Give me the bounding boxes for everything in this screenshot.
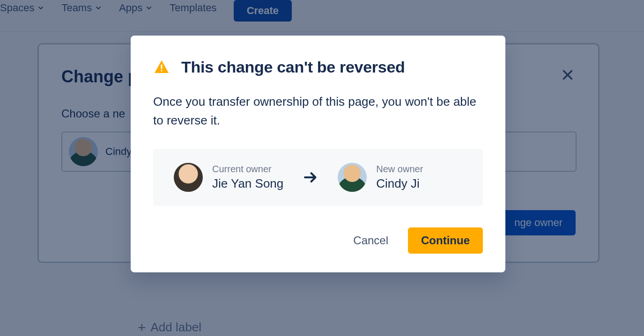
modal-body-text: Once you transfer ownership of this page… xyxy=(153,92,483,130)
modal-actions: Cancel Continue xyxy=(153,227,483,254)
new-owner-name: Cindy Ji xyxy=(376,176,423,191)
current-owner: Current owner Jie Yan Song xyxy=(174,163,283,192)
avatar xyxy=(338,163,367,192)
warning-icon xyxy=(153,59,170,76)
current-owner-label: Current owner xyxy=(212,164,283,175)
new-owner: New owner Cindy Ji xyxy=(338,163,423,192)
confirm-modal: This change can't be reversed Once you t… xyxy=(131,36,505,272)
svg-rect-1 xyxy=(161,70,163,71)
avatar xyxy=(174,163,203,192)
continue-button[interactable]: Continue xyxy=(408,227,483,254)
new-owner-label: New owner xyxy=(376,164,423,175)
modal-header: This change can't be reversed xyxy=(153,58,483,76)
current-owner-name: Jie Yan Song xyxy=(212,176,283,191)
modal-title: This change can't be reversed xyxy=(181,58,405,76)
arrow-right-icon xyxy=(302,169,319,186)
owner-meta: New owner Cindy Ji xyxy=(376,164,423,191)
owner-meta: Current owner Jie Yan Song xyxy=(212,164,283,191)
owner-transfer-box: Current owner Jie Yan Song New owner Cin… xyxy=(153,149,483,206)
svg-rect-0 xyxy=(161,65,163,69)
cancel-button[interactable]: Cancel xyxy=(347,228,395,253)
